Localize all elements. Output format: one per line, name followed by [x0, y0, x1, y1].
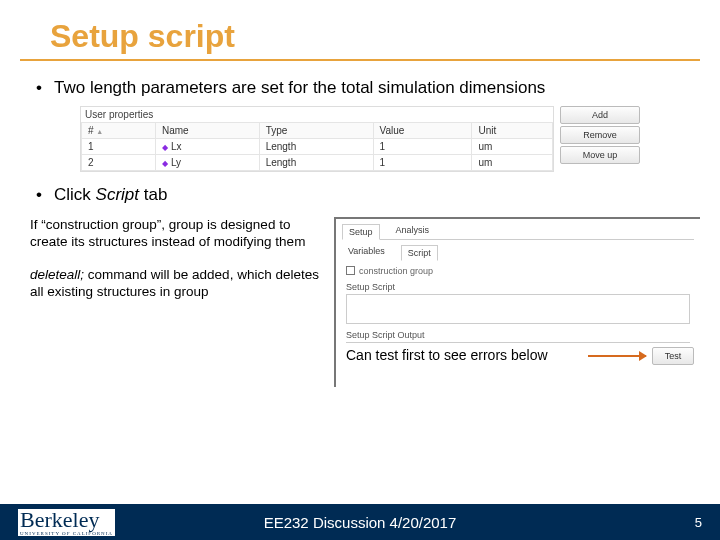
col-name[interactable]: Name [155, 122, 259, 138]
add-button[interactable]: Add [560, 106, 640, 124]
script-panel: Setup Analysis Variables Script construc… [334, 217, 700, 387]
col-value[interactable]: Value [373, 122, 472, 138]
footer-text: EE232 Discussion 4/20/2017 [264, 514, 457, 531]
slide-title: Setup script [20, 0, 700, 61]
test-annotation: Can test first to see errors below [346, 347, 586, 363]
cell-num: 2 [82, 154, 156, 170]
note-construction-group: If “construction group”, group is design… [30, 217, 320, 251]
user-properties-caption: User properties [81, 107, 553, 122]
user-properties-table: # ▲ Name Type Value Unit 1 ◆Lx Length 1 … [81, 122, 553, 171]
construction-group-checkbox[interactable] [346, 266, 355, 275]
page-number: 5 [695, 515, 702, 530]
tab-analysis[interactable]: Analysis [390, 223, 436, 239]
user-properties-panel: User properties # ▲ Name Type Value Unit… [80, 106, 640, 172]
tab-setup[interactable]: Setup [342, 224, 380, 240]
test-button[interactable]: Test [652, 347, 694, 365]
move-up-button[interactable]: Move up [560, 146, 640, 164]
cell-name: ◆Lx [155, 138, 259, 154]
cell-unit: um [472, 138, 553, 154]
table-row[interactable]: 1 ◆Lx Length 1 um [82, 138, 553, 154]
col-type[interactable]: Type [259, 122, 373, 138]
berkeley-logo: Berkeley UNIVERSITY OF CALIFORNIA [18, 509, 115, 536]
cell-value: 1 [373, 154, 472, 170]
bullet-1: Two length parameters are set for the to… [54, 77, 690, 100]
bullet-2: Click Script tab [54, 184, 690, 207]
setup-script-textarea[interactable] [346, 294, 690, 324]
tab-variables[interactable]: Variables [342, 244, 391, 260]
cell-value: 1 [373, 138, 472, 154]
table-row[interactable]: 2 ◆Ly Length 1 um [82, 154, 553, 170]
cell-num: 1 [82, 138, 156, 154]
col-num[interactable]: # ▲ [82, 122, 156, 138]
remove-button[interactable]: Remove [560, 126, 640, 144]
cell-name: ◆Ly [155, 154, 259, 170]
col-unit[interactable]: Unit [472, 122, 553, 138]
setup-script-output-label: Setup Script Output [346, 330, 690, 340]
cell-type: Length [259, 154, 373, 170]
cell-type: Length [259, 138, 373, 154]
arrow-icon [588, 355, 646, 357]
setup-script-label: Setup Script [346, 282, 690, 292]
tab-script[interactable]: Script [401, 245, 438, 261]
construction-group-label: construction group [359, 266, 433, 276]
note-deleteall: deleteall; command will be added, which … [30, 267, 320, 301]
cell-unit: um [472, 154, 553, 170]
